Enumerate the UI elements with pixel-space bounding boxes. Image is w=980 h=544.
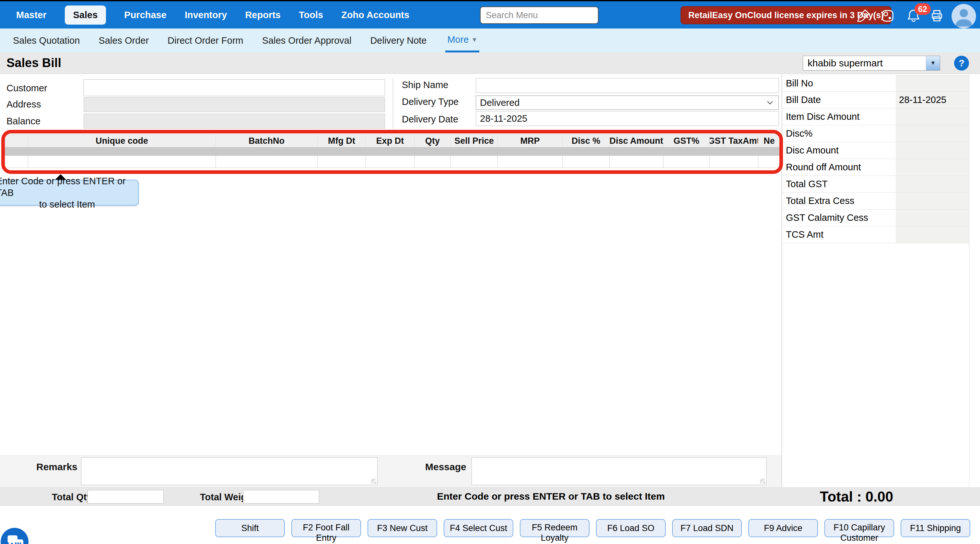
nav-item-master[interactable]: Master <box>16 10 47 21</box>
dropdown-arrow-icon[interactable]: ▼ <box>926 56 940 70</box>
function-key-bar: Shift F2 Foot Fall Entry F3 New Cust F4 … <box>215 519 970 537</box>
tooltip-line1: Enter Code or press ENTER or TAB <box>0 175 138 198</box>
summary-row-disc-pct: Disc% <box>782 125 969 142</box>
search-input[interactable] <box>480 6 598 24</box>
column-header-gst-taxamt: GST TaxAmt <box>710 134 758 147</box>
summary-label: Disc% <box>782 125 894 142</box>
f9-advice-button[interactable]: F9 Advice <box>748 519 818 537</box>
entry-cell-net-amount[interactable] <box>758 156 780 168</box>
delivery-type-select[interactable]: Delivered <box>476 95 779 110</box>
subnav-sales-quotation[interactable]: Sales Quotation <box>13 29 80 52</box>
subnav-more-label: More <box>447 34 469 45</box>
entry-cell-rownum[interactable] <box>3 156 28 168</box>
total-qty-input[interactable] <box>88 490 164 504</box>
subnav-more-menu[interactable]: More ▼ <box>445 29 479 52</box>
chat-icon[interactable] <box>1 528 29 544</box>
user-avatar[interactable] <box>951 4 976 29</box>
item-grid: Unique code BatchNo Mfg Dt Exp Dt Qty Se… <box>3 134 780 168</box>
subnav-sales-order-approval[interactable]: Sales Order Approval <box>262 29 352 52</box>
entry-cell-gst-pct[interactable] <box>663 156 710 168</box>
summary-value <box>894 108 969 125</box>
column-header-mrp: MRP <box>498 134 563 147</box>
f4-select-cust-button[interactable]: F4 Select Cust <box>444 519 513 537</box>
summary-row-tcs-amt: TCS Amt <box>782 226 969 243</box>
entry-cell-disc-amount[interactable] <box>609 156 663 168</box>
nav-item-reports[interactable]: Reports <box>245 10 281 21</box>
customer-input[interactable] <box>84 79 385 96</box>
summary-label: TCS Amt <box>782 226 894 243</box>
ship-name-input[interactable] <box>476 78 779 93</box>
notification-count-badge: 62 <box>915 3 931 15</box>
column-header-gst-pct: GST% <box>663 134 710 147</box>
delivery-type-value: Delivered <box>476 97 767 108</box>
store-selector[interactable]: khabib supermart ▼ <box>803 56 940 71</box>
grand-total-value: 0.00 <box>865 488 894 505</box>
entry-cell-unique-code[interactable] <box>28 156 216 168</box>
address-input <box>84 97 385 112</box>
entry-cell-mfg-dt[interactable] <box>318 156 366 168</box>
entry-cell-sell-price[interactable] <box>451 156 498 168</box>
column-header-batchno: BatchNo <box>216 134 318 147</box>
main-menu: Master Sales Purchase Inventory Reports … <box>0 5 409 25</box>
nav-item-inventory[interactable]: Inventory <box>185 10 227 21</box>
summary-label: Bill No <box>782 75 894 91</box>
summary-row-total-gst: Total GST <box>782 176 969 193</box>
grid-separator-row <box>3 147 780 156</box>
bill-summary-panel: Bill No Bill Date 28-11-2025 Item Disc A… <box>782 74 969 487</box>
column-header-net-amount: Ne <box>758 134 780 147</box>
column-header-disc-pct: Disc % <box>563 134 609 147</box>
remarks-textarea[interactable] <box>81 457 377 485</box>
item-code-hint: Enter Code or press ENTER or TAB to sele… <box>437 491 665 502</box>
total-weight-input[interactable] <box>243 490 319 504</box>
entry-cell-exp-dt[interactable] <box>366 156 415 168</box>
entry-cell-gst-taxamt[interactable] <box>710 156 758 168</box>
subnav-delivery-note[interactable]: Delivery Note <box>370 29 426 52</box>
entry-cell-qty[interactable] <box>415 156 451 168</box>
help-icon[interactable]: ? <box>954 56 969 71</box>
delivery-date-input[interactable] <box>476 111 779 126</box>
nav-item-purchase[interactable]: Purchase <box>124 10 167 21</box>
subnav-sales-order[interactable]: Sales Order <box>99 29 149 52</box>
f11-shipping-button[interactable]: F11 Shipping <box>900 519 970 537</box>
summary-label: Total GST <box>782 176 894 192</box>
offers-icon[interactable] <box>880 8 895 23</box>
balance-input <box>84 114 385 128</box>
announcement-brush-icon[interactable] <box>856 8 870 23</box>
customer-label: Customer <box>6 83 47 94</box>
message-textarea[interactable] <box>471 457 767 485</box>
summary-row-disc-amount: Disc Amount <box>782 142 969 159</box>
entry-cell-batchno[interactable] <box>216 156 318 168</box>
subnav-direct-order-form[interactable]: Direct Order Form <box>167 29 243 52</box>
delivery-type-label: Delivery Type <box>402 97 458 107</box>
f10-capillary-customer-button[interactable]: F10 Capillary Customer <box>824 519 894 537</box>
shift-button[interactable]: Shift <box>215 519 285 537</box>
message-label: Message <box>425 462 466 473</box>
item-grid-header: Unique code BatchNo Mfg Dt Exp Dt Qty Se… <box>3 134 780 147</box>
address-label: Address <box>6 99 41 110</box>
store-selector-value: khabib supermart <box>803 58 926 69</box>
column-header-unique-code: Unique code <box>28 134 216 147</box>
entry-cell-disc-pct[interactable] <box>563 156 609 168</box>
nav-item-zoho-accounts[interactable]: Zoho Accounts <box>341 10 409 21</box>
summary-value <box>894 209 969 226</box>
nav-item-sales[interactable]: Sales <box>65 5 106 25</box>
summary-label: Disc Amount <box>782 142 894 159</box>
delivery-date-label: Delivery Date <box>402 114 458 125</box>
grand-total-label: Total : <box>820 488 862 505</box>
top-navbar: Master Sales Purchase Inventory Reports … <box>0 1 980 29</box>
f6-load-so-button[interactable]: F6 Load SO <box>596 519 666 537</box>
entry-cell-mrp[interactable] <box>498 156 563 168</box>
sales-bill-screen: Master Sales Purchase Inventory Reports … <box>0 0 980 544</box>
f7-load-sdn-button[interactable]: F7 Load SDN <box>672 519 742 537</box>
summary-label: Bill Date <box>782 92 894 108</box>
printer-icon[interactable] <box>929 8 944 23</box>
f2-foot-fall-entry-button[interactable]: F2 Foot Fall Entry <box>291 519 361 537</box>
page-header: Sales Bill khabib supermart ▼ ? <box>0 52 980 74</box>
f3-new-cust-button[interactable]: F3 New Cust <box>368 519 437 537</box>
remarks-label: Remarks <box>36 462 78 473</box>
nav-item-tools[interactable]: Tools <box>299 10 323 21</box>
f5-redeem-loyalty-button[interactable]: F5 Redeem Loyalty <box>520 519 590 537</box>
tooltip-line2: to select Item <box>39 198 95 210</box>
grand-total: Total : 0.00 <box>820 488 893 505</box>
summary-value <box>894 159 969 176</box>
